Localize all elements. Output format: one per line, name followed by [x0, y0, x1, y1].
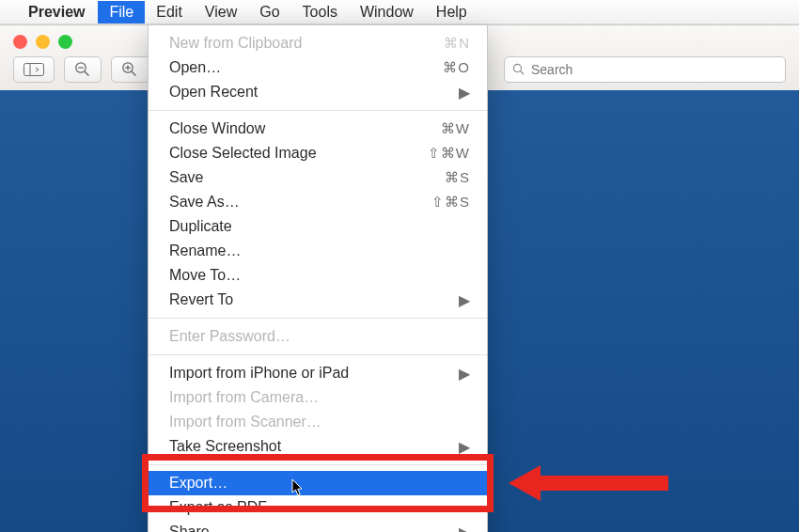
menu-item-shortcut: ⇧⌘W: [428, 145, 470, 162]
menu-item: Enter Password…: [149, 324, 487, 349]
menu-edit[interactable]: Edit: [145, 1, 194, 23]
menu-item-label: Close Selected Image: [169, 145, 428, 162]
svg-point-9: [513, 64, 521, 71]
menu-item-label: Revert To: [169, 291, 459, 308]
menu-item-label: Export as PDF…: [169, 499, 470, 516]
menu-item-label: Share: [169, 524, 459, 532]
menu-item-label: Move To…: [169, 267, 470, 284]
menu-item-label: Open…: [169, 59, 443, 76]
menu-item[interactable]: Export…: [149, 471, 487, 495]
menu-item-label: Close Window: [169, 120, 441, 137]
menu-item[interactable]: Save⌘S: [149, 165, 487, 190]
menu-item[interactable]: Move To…: [149, 263, 487, 288]
menu-item-shortcut: ⌘N: [444, 35, 470, 52]
menu-item-label: Export…: [169, 475, 470, 492]
menu-item-label: Save As…: [169, 194, 431, 211]
menu-item[interactable]: Export as PDF…: [149, 495, 487, 520]
submenu-arrow-icon: ▶: [459, 438, 470, 456]
menu-item[interactable]: Share▶: [149, 520, 487, 532]
menu-file[interactable]: File: [98, 1, 145, 23]
menu-item-label: New from Clipboard: [169, 35, 444, 52]
menu-item-shortcut: ⌘O: [443, 59, 470, 76]
svg-line-6: [132, 71, 136, 76]
menu-item[interactable]: Revert To▶: [149, 288, 487, 312]
menu-item[interactable]: Duplicate: [149, 214, 487, 239]
menu-item[interactable]: Open Recent▶: [149, 80, 487, 104]
submenu-arrow-icon: ▶: [459, 84, 470, 102]
window-zoom-button[interactable]: [58, 35, 72, 49]
submenu-arrow-icon: ▶: [459, 291, 470, 309]
menu-item-shortcut: ⌘W: [441, 120, 470, 137]
menu-item[interactable]: Close Window⌘W: [149, 117, 487, 141]
menu-help[interactable]: Help: [425, 1, 478, 23]
sidebar-toggle-button[interactable]: [13, 56, 55, 83]
menu-item-label: Rename…: [169, 243, 470, 259]
menu-item-shortcut: ⌘S: [445, 169, 470, 186]
svg-rect-0: [24, 64, 44, 76]
menu-item-label: Save: [169, 169, 445, 186]
menu-go[interactable]: Go: [248, 1, 290, 23]
menu-item: New from Clipboard⌘N: [149, 31, 487, 55]
window-close-button[interactable]: [13, 35, 27, 49]
menu-item[interactable]: Save As…⇧⌘S: [149, 190, 487, 214]
menu-item-label: Duplicate: [169, 218, 470, 235]
system-menubar: Preview File Edit View Go Tools Window H…: [0, 0, 799, 24]
app-name[interactable]: Preview: [28, 4, 85, 21]
submenu-arrow-icon: ▶: [459, 365, 470, 383]
menu-item: Import from Scanner…: [149, 410, 487, 434]
search-input[interactable]: [531, 62, 777, 77]
window-controls: [13, 35, 72, 49]
menu-tools[interactable]: Tools: [291, 1, 349, 23]
menu-item-label: Import from iPhone or iPad: [169, 365, 459, 382]
menu-item: Import from Camera…: [149, 385, 487, 410]
menu-item[interactable]: Close Selected Image⇧⌘W: [149, 141, 487, 165]
window-minimize-button[interactable]: [36, 35, 50, 49]
menu-item[interactable]: Import from iPhone or iPad▶: [149, 361, 487, 385]
menu-item-label: Import from Scanner…: [169, 414, 470, 430]
search-icon: [512, 63, 525, 76]
menu-item-label: Enter Password…: [169, 328, 470, 345]
menu-window[interactable]: Window: [349, 1, 425, 23]
menu-item-label: Open Recent: [169, 84, 459, 101]
zoom-in-button[interactable]: [111, 56, 149, 83]
menu-item[interactable]: Take Screenshot▶: [149, 434, 487, 459]
menu-item-shortcut: ⇧⌘S: [431, 194, 470, 211]
svg-line-3: [85, 71, 89, 76]
menu-view[interactable]: View: [194, 1, 248, 23]
menu-item-label: Take Screenshot: [169, 438, 459, 455]
menu-item[interactable]: Rename…: [149, 239, 487, 263]
menu-item-label: Import from Camera…: [169, 389, 470, 406]
file-menu-dropdown: New from Clipboard⌘NOpen…⌘OOpen Recent▶C…: [148, 24, 488, 532]
submenu-arrow-icon: ▶: [459, 524, 470, 533]
zoom-out-button[interactable]: [64, 56, 102, 83]
svg-line-10: [521, 71, 525, 75]
search-field[interactable]: [504, 56, 786, 83]
menu-item[interactable]: Open…⌘O: [149, 55, 487, 80]
